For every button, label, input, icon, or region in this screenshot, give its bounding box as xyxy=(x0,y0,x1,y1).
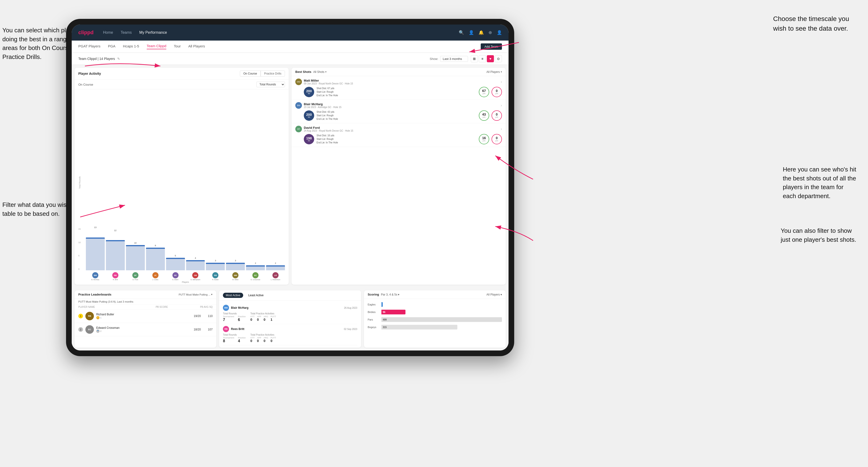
sub-nav-pgat[interactable]: PGAT Players xyxy=(78,44,100,49)
lb-row-1[interactable]: 1 RB Richard Butler 🏆 1 19/20 110 xyxy=(74,309,216,323)
scoring-dropdown-1[interactable]: Par 3, 4 & 5s ▾ xyxy=(381,293,399,296)
sub-nav-team-clippd[interactable]: Team Clippd xyxy=(147,44,166,49)
avatar-wrap-9: EC xyxy=(246,272,265,278)
tab-practice-drills[interactable]: Practice Drills xyxy=(261,70,285,76)
lb-row-2[interactable]: 2 EC Edward Crossman 🥈 2 18/20 107 xyxy=(74,323,216,336)
shots-header: Best Shots All Shots ▾ All Players ▾ xyxy=(291,68,506,76)
shot-player-row-1: MM Matt Miller 09 Jun 2023 · Royal North… xyxy=(295,79,502,85)
shot-info-1: Shot Dist: 67 yds Start Lie: Rough End L… xyxy=(316,87,476,97)
leaderboard-chevron-icon: ▾ xyxy=(211,293,213,296)
scoring-dropdown-2[interactable]: All Players ▾ xyxy=(486,293,502,296)
avatar-icon[interactable]: 👤 xyxy=(497,30,502,35)
plus-circle-icon[interactable]: ⊕ xyxy=(489,30,492,35)
player-stats-data-2: Total Rounds Tournament 8 Practice xyxy=(223,334,357,343)
chart-wrapper: 0 5 10 15 Total Rounds 13 xyxy=(78,91,285,271)
psh-avatar-2: RB xyxy=(223,326,229,332)
tournament-group-2: Tournament 8 xyxy=(223,337,234,343)
view-grid-button[interactable]: ⊞ xyxy=(471,55,478,62)
shot-item-1[interactable]: MM Matt Miller 09 Jun 2023 · Royal North… xyxy=(291,76,506,100)
nav-item-home[interactable]: Home xyxy=(103,30,113,35)
scoring-bar-wrap-eagles: 3 xyxy=(381,302,502,307)
player-avatar-9: EC xyxy=(252,272,258,278)
lb-score-2: 18/20 xyxy=(189,328,201,331)
lb-badge-1: 🏆 1 xyxy=(96,316,187,319)
tab-on-course[interactable]: On Course xyxy=(240,70,261,76)
player-avatars-row: BM RB DF JC EE xyxy=(86,271,285,279)
edit-icon[interactable]: ✎ xyxy=(117,57,120,61)
scoring-label-pars: Pars xyxy=(368,318,379,321)
bar-highlight-4 xyxy=(146,248,165,249)
arg-1: ARG 0 xyxy=(264,315,268,321)
bar-highlight-6 xyxy=(186,260,205,261)
stats-card-header: Most Active Least Active xyxy=(219,290,361,301)
shot-player-name-1: Matt Miller xyxy=(304,79,353,82)
shot-chevron-3[interactable]: › xyxy=(501,127,502,131)
view-settings-button[interactable]: ⊙ xyxy=(495,55,502,62)
y-axis-label: Total Rounds xyxy=(79,176,81,189)
user-icon[interactable]: 👤 xyxy=(469,30,474,35)
bar-10 xyxy=(266,266,285,270)
bottom-grid: Practice Leaderboards PUTT Must Make Put… xyxy=(72,290,508,350)
lb-rank-2: 2 xyxy=(78,327,83,332)
leaderboard-cols: PLAYER NAME PB SCORE PB AVG SQ xyxy=(74,305,216,309)
bar-8 xyxy=(226,263,245,270)
shot-stat-circle-1b: 0 yds xyxy=(492,87,502,97)
app-1: APP 0 xyxy=(257,315,261,321)
player-name-9: E. Crossman xyxy=(246,279,265,280)
sub-nav-tour[interactable]: Tour xyxy=(174,44,181,49)
bar-highlight-7 xyxy=(206,263,225,264)
activities-vals-2: GTT 0 APP 0 ARG xyxy=(250,337,276,343)
all-shots-dropdown[interactable]: All Shots ▾ xyxy=(313,70,327,73)
total-rounds-dropdown[interactable]: Total Rounds xyxy=(256,82,285,87)
shot-stat-2a: 43 yds xyxy=(479,111,489,121)
nav-item-teams[interactable]: Teams xyxy=(121,30,132,35)
tablet-screen: clippd Home Teams My Performance 🔍 👤 🔔 ⊕… xyxy=(72,25,508,350)
player-avatar-7: RB xyxy=(212,272,218,278)
scoring-row-birdies: Birdies 96 xyxy=(364,308,506,316)
shot-item-2[interactable]: BM Blair McHarg 23 Jul 2023 · Ashridge G… xyxy=(291,100,506,123)
shot-details-row-1: 200 SG Shot Dist: 67 yds Start Lie: Roug… xyxy=(304,87,502,97)
putt-1: PUTT 1 xyxy=(271,315,276,321)
sub-nav-hcaps[interactable]: Hcaps 1-5 xyxy=(123,44,139,49)
activity-card-header: Player Activity On Course Practice Drill… xyxy=(74,68,289,80)
leaderboard-dropdown[interactable]: PUTT Must Make Putting ... ▾ xyxy=(179,293,213,296)
search-icon[interactable]: 🔍 xyxy=(459,30,464,35)
sub-nav-pga[interactable]: PGA xyxy=(108,44,116,49)
shot-details-row-2: 200 SG Shot Dist: 43 yds Start Lie: Roug… xyxy=(304,110,502,121)
activity-stats-card: Most Active Least Active BM Blair McHarg… xyxy=(219,290,361,348)
bar-group-10: 2 xyxy=(266,228,285,270)
sub-nav-all-players[interactable]: All Players xyxy=(188,44,205,49)
view-heart-button[interactable]: ♥ xyxy=(487,55,494,62)
shot-stat-circle-3a: 16 yds xyxy=(479,134,489,144)
shot-item-3[interactable]: DF David Ford 24 Aug 2023 · Royal North … xyxy=(291,123,506,147)
bar-group-5: 5 xyxy=(166,228,185,270)
nav-logo: clippd xyxy=(78,30,94,36)
bar-label-6: 4 xyxy=(195,257,196,259)
x-axis-label: Players xyxy=(86,280,285,285)
all-players-dropdown[interactable]: All Players ▾ xyxy=(486,70,502,73)
bar-highlight-8 xyxy=(226,263,245,264)
nav-item-performance[interactable]: My Performance xyxy=(140,30,167,35)
show-dropdown[interactable]: Last 3 months xyxy=(440,56,468,62)
best-shots-title: Best Shots xyxy=(295,70,311,73)
shot-meta-3: 24 Aug 2023 · Royal North Devon GC · Hol… xyxy=(304,129,353,132)
shot-badge-1: 200 SG xyxy=(304,87,314,97)
tab-least-active[interactable]: Least Active xyxy=(246,293,267,298)
psh-date-1: 26 Aug 2023 xyxy=(344,307,357,309)
view-list-button[interactable]: ≡ xyxy=(479,55,486,62)
player-name-10: L. Robertson xyxy=(266,279,285,280)
bar-4 xyxy=(146,248,165,270)
player-name-1: B. McHarg xyxy=(86,279,105,280)
add-team-button[interactable]: Add Team xyxy=(481,43,502,50)
shot-info-3: Shot Dist: 16 yds Start Lie: Rough End L… xyxy=(316,134,476,144)
bell-icon[interactable]: 🔔 xyxy=(478,30,484,35)
tab-most-active[interactable]: Most Active xyxy=(223,293,243,298)
shot-stat-1b: 0 yds xyxy=(492,87,502,97)
practice-activities-group-1: Total Practice Activities GTT 0 APP xyxy=(250,312,276,322)
shot-chevron-2[interactable]: › xyxy=(501,103,502,107)
shot-chevron-1[interactable]: › xyxy=(501,80,502,84)
leaderboard-drill-name: PUTT Must Make Putting (3-6 ft), Last 3 … xyxy=(74,299,216,305)
gtt-1: GTT 0 xyxy=(250,315,254,321)
scoring-header: Scoring Par 3, 4 & 5s ▾ All Players ▾ xyxy=(364,290,506,299)
bar-group-6: 4 xyxy=(186,228,205,270)
